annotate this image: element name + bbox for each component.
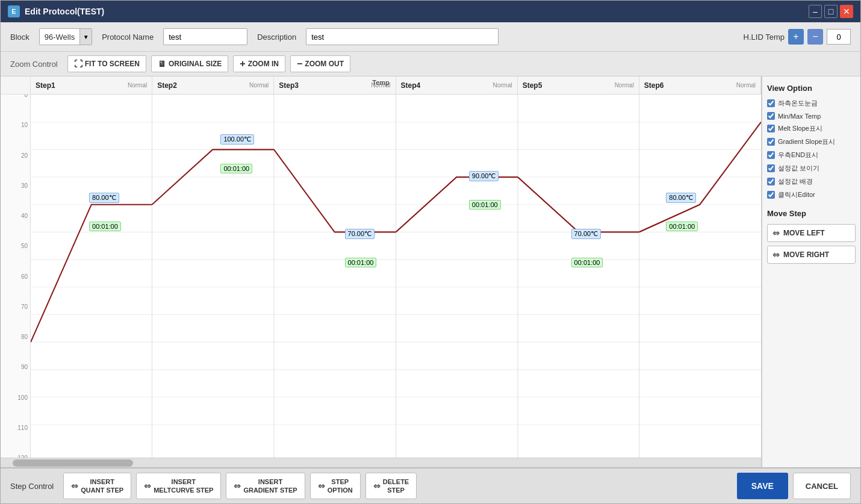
scrollbar-thumb[interactable] xyxy=(13,459,133,467)
checkbox-label-5: 우측END표시 xyxy=(778,151,818,160)
bottom-bar: Step Control ⇔ INSERTQUANT STEP ⇔ INSERT… xyxy=(1,467,860,503)
move-right-button[interactable]: ⇔ MOVE RIGHT xyxy=(767,246,856,264)
y-tick-90: 90 xyxy=(21,364,28,370)
y-tick-80: 80 xyxy=(21,334,28,340)
y-tick-70: 70 xyxy=(21,303,28,310)
maximize-button[interactable]: □ xyxy=(824,5,838,18)
y-tick-60: 60 xyxy=(21,273,28,279)
chart-header: Temp Step1 Normal Step2 Normal Step3 Nor… xyxy=(1,76,761,95)
checkbox-3[interactable] xyxy=(767,125,775,132)
checkbox-5[interactable] xyxy=(767,151,775,159)
view-option-row-1: 좌측온도눈금 xyxy=(767,99,856,108)
fit-to-screen-button[interactable]: ⛶ FIT TO SCREEN xyxy=(67,55,146,72)
original-size-button[interactable]: 🖥 ORIGINAL SIZE xyxy=(151,55,228,72)
cancel-button[interactable]: CANCEL xyxy=(793,473,851,499)
step2-time-label: 00:01:00 xyxy=(220,164,252,173)
view-option-row-2: Min/Max Temp xyxy=(767,112,856,120)
checkbox-4[interactable] xyxy=(767,138,775,146)
checkbox-1[interactable] xyxy=(767,99,775,107)
header-row: Block 96-Wells ▼ Protocol Name Descripti… xyxy=(1,22,860,52)
y-tick-30: 30 xyxy=(21,182,28,188)
step1-time-label: 00:01:00 xyxy=(89,222,121,231)
window-title: Edit Protocol(TEST) xyxy=(25,7,804,16)
step5-time-label: 00:01:00 xyxy=(571,258,603,267)
checkbox-6[interactable] xyxy=(767,164,775,172)
move-left-button[interactable]: ⇔ MOVE LEFT xyxy=(767,224,856,242)
hlid-minus-button[interactable]: − xyxy=(807,29,823,45)
zoom-row: Zoom Control ⛶ FIT TO SCREEN 🖥 ORIGINAL … xyxy=(1,52,860,76)
y-tick-10: 10 xyxy=(21,122,28,128)
fit-icon: ⛶ xyxy=(74,59,82,69)
minimize-button[interactable]: – xyxy=(809,5,822,18)
chart-canvas[interactable]: 80.00℃ 00:01:00 100.00℃ 00:01:00 70.00℃ … xyxy=(31,95,761,458)
block-value: 96-Wells xyxy=(40,30,79,44)
step5-temp-label: 70.00℃ xyxy=(571,229,601,239)
app-icon: E xyxy=(8,5,20,17)
y-tick-20: 20 xyxy=(21,152,28,158)
checkbox-2[interactable] xyxy=(767,112,775,120)
save-button[interactable]: SAVE xyxy=(737,473,788,499)
fit-label: FIT TO SCREEN xyxy=(85,60,140,68)
step1-temp-label: 80.00℃ xyxy=(89,193,119,203)
description-label: Description xyxy=(257,33,296,42)
monitor-icon: 🖥 xyxy=(158,59,166,69)
temp-axis-label: Temp xyxy=(1,76,761,86)
checkbox-label-2: Min/Max Temp xyxy=(778,113,821,120)
hlid-section: H.LID Temp + − xyxy=(744,29,851,45)
insert-gradient-icon: ⇔ xyxy=(234,481,241,491)
insert-quant-icon: ⇔ xyxy=(71,481,78,491)
checkbox-label-6: 설정값 보이기 xyxy=(778,164,819,173)
chart-body: 0102030405060708090100110120 xyxy=(1,95,761,458)
protocol-name-input[interactable] xyxy=(163,28,247,45)
view-option-row-6: 설정값 보이기 xyxy=(767,164,856,173)
zoom-in-icon: + xyxy=(240,58,245,69)
y-label-col: Temp xyxy=(1,76,31,94)
zoom-in-label: ZOOM IN xyxy=(248,60,279,68)
delete-step-icon: ⇔ xyxy=(373,481,381,491)
checkbox-label-8: 클릭시Editor xyxy=(778,190,815,199)
close-button[interactable]: ✕ xyxy=(840,5,853,18)
main-content: Temp Step1 Normal Step2 Normal Step3 Nor… xyxy=(1,76,860,467)
chart-svg xyxy=(31,95,761,458)
move-right-label: MOVE RIGHT xyxy=(783,250,829,259)
checkbox-label-7: 설정값 배경 xyxy=(778,177,813,186)
step-option-text: STEPOPTION xyxy=(328,478,353,495)
checkbox-8[interactable] xyxy=(767,191,775,199)
y-tick-50: 50 xyxy=(21,243,28,249)
chart-area: Temp Step1 Normal Step2 Normal Step3 Nor… xyxy=(1,76,761,467)
step-option-button[interactable]: ⇔ STEPOPTION xyxy=(310,473,361,499)
move-left-label: MOVE LEFT xyxy=(783,229,825,237)
step3-temp-label: 70.00℃ xyxy=(345,229,375,239)
main-window: E Edit Protocol(TEST) – □ ✕ Block 96-Wel… xyxy=(0,0,861,504)
original-size-label: ORIGINAL SIZE xyxy=(169,60,222,68)
insert-gradient-text: INSERTGRADIENT STEP xyxy=(243,478,297,495)
move-left-icon: ⇔ xyxy=(772,228,780,238)
step3-time-label: 00:01:00 xyxy=(345,258,377,267)
block-dropdown-arrow: ▼ xyxy=(79,29,92,45)
insert-gradient-step-button[interactable]: ⇔ INSERTGRADIENT STEP xyxy=(226,473,305,499)
insert-quant-step-button[interactable]: ⇔ INSERTQUANT STEP xyxy=(63,473,131,499)
delete-step-button[interactable]: ⇔ DELETESTEP xyxy=(365,473,417,499)
view-option-row-8: 클릭시Editor xyxy=(767,190,856,199)
step4-temp-label: 90.00℃ xyxy=(469,171,499,181)
insert-meltcurve-step-button[interactable]: ⇔ INSERTMELTCURVE STEP xyxy=(136,473,221,499)
y-tick-110: 110 xyxy=(17,424,28,431)
scrollbar-container[interactable] xyxy=(1,458,761,467)
insert-meltcurve-icon: ⇔ xyxy=(144,481,151,491)
block-label: Block xyxy=(10,33,30,42)
hlid-plus-button[interactable]: + xyxy=(788,29,804,45)
checkbox-7[interactable] xyxy=(767,178,775,185)
zoom-out-button[interactable]: − ZOOM OUT xyxy=(290,55,350,72)
hlid-value-input[interactable] xyxy=(827,29,851,45)
y-tick-40: 40 xyxy=(21,213,28,219)
block-select[interactable]: 96-Wells ▼ xyxy=(39,28,92,45)
window-controls: – □ ✕ xyxy=(809,5,853,18)
zoom-in-button[interactable]: + ZOOM IN xyxy=(233,55,285,72)
step6-temp-label: 80.00℃ xyxy=(666,193,696,203)
move-step-title: Move Step xyxy=(767,209,856,218)
view-option-title: View Option xyxy=(767,84,856,93)
insert-meltcurve-text: INSERTMELTCURVE STEP xyxy=(154,478,213,495)
description-input[interactable] xyxy=(306,28,499,45)
zoom-out-label: ZOOM OUT xyxy=(305,60,344,68)
right-panel: View Option 좌측온도눈금 Min/Max Temp Melt Slo… xyxy=(761,76,860,467)
